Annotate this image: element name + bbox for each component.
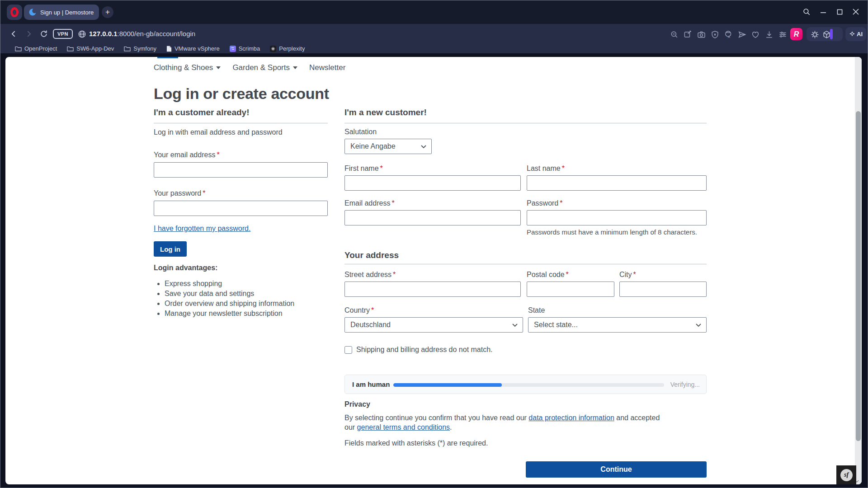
required-asterisk: * <box>217 151 219 159</box>
forgot-password-link[interactable]: I have forgotten my password. <box>154 225 250 232</box>
required-asterisk: * <box>392 199 394 207</box>
translate-icon[interactable]: A <box>723 29 734 40</box>
last-name-input[interactable] <box>527 175 707 191</box>
zoom-out-icon[interactable] <box>669 29 679 40</box>
divider <box>344 264 707 264</box>
city-input[interactable] <box>619 282 707 297</box>
tune-settings-icon[interactable] <box>777 29 788 40</box>
state-select[interactable]: Select state... <box>528 317 707 333</box>
terms-conditions-link[interactable]: general terms and conditions <box>357 423 450 431</box>
login-password-input[interactable] <box>154 201 328 216</box>
login-submit-button[interactable]: Log in <box>154 241 187 257</box>
opera-menu-button[interactable] <box>7 5 22 20</box>
symfony-profiler-button[interactable]: sf <box>836 465 856 484</box>
required-asterisk: * <box>562 164 565 172</box>
browser-tab[interactable]: Sign up | Demostore <box>24 5 99 20</box>
back-button[interactable] <box>8 28 20 40</box>
advantages-heading: Login advantages: <box>154 264 217 272</box>
extensions-group <box>807 27 843 41</box>
bookmark-openproject[interactable]: OpenProject <box>15 45 57 52</box>
address-toolbar: VPN 127.0.0.1:8000/en-gb/account/login A <box>0 24 868 44</box>
svg-text:A: A <box>727 35 730 39</box>
vpn-badge[interactable]: VPN <box>53 29 73 39</box>
bookmark-sw6-app-dev[interactable]: SW6-App-Dev <box>67 45 114 52</box>
url-bar[interactable]: 127.0.0.1:8000/en-gb/account/login <box>89 30 195 38</box>
window-frame <box>0 484 868 488</box>
continue-button[interactable]: Continue <box>526 461 707 478</box>
register-heading: I'm a new customer! <box>344 108 427 117</box>
aria-ai-button[interactable]: AI <box>845 27 866 41</box>
extension-gear-icon[interactable] <box>809 29 820 40</box>
captcha-progress-fill <box>393 383 502 387</box>
close-button[interactable] <box>849 5 863 19</box>
required-note: Fields marked with asterisks (*) are req… <box>344 439 488 447</box>
bookmark-vmware-vsphere[interactable]: VMware vSphere <box>166 45 220 52</box>
folder-icon <box>67 46 74 52</box>
minimize-button[interactable] <box>816 5 830 19</box>
country-select[interactable]: Deutschland <box>344 317 523 333</box>
r-extension-icon[interactable]: R <box>790 28 802 40</box>
chevron-down-icon <box>696 324 701 327</box>
billing-checkbox-row: Shipping and billing address do not matc… <box>344 346 493 354</box>
scrollbar-thumb[interactable] <box>856 111 861 441</box>
billing-checkbox[interactable] <box>344 346 352 354</box>
register-email-input[interactable] <box>344 210 521 225</box>
state-value: Select state... <box>534 321 578 329</box>
salutation-select[interactable]: Keine Angabe <box>344 139 432 154</box>
state-label: State <box>528 306 545 314</box>
data-protection-link[interactable]: data protection information <box>528 414 614 422</box>
shield-block-icon[interactable] <box>709 29 720 40</box>
bookmark-label: SW6-App-Dev <box>76 45 114 52</box>
bookmark-heart-icon[interactable] <box>750 29 761 40</box>
perplexity-logo-icon <box>270 46 276 52</box>
browser-window: Sign up | Demostore + VPN 127.0.0.1: <box>0 0 868 488</box>
bookmark-scrimba[interactable]: Scrimba <box>230 45 260 52</box>
required-asterisk: * <box>566 271 569 278</box>
postal-input[interactable] <box>527 282 614 297</box>
billing-checkbox-label: Shipping and billing address do not matc… <box>356 346 493 354</box>
password-label: Your password* <box>154 189 205 197</box>
bookmark-label: Scrimba <box>239 45 260 52</box>
page-content: Clothing & Shoes Garden & Sports Newslet… <box>5 57 862 484</box>
captcha-status: Verifying... <box>670 381 700 388</box>
privacy-paragraph: By selecting continue you confirm that y… <box>344 413 670 432</box>
new-tab-button[interactable]: + <box>102 6 113 18</box>
register-password-input[interactable] <box>527 210 707 225</box>
register-column: I'm a new customer! Salutation Keine Ang… <box>344 57 707 484</box>
street-input[interactable] <box>344 282 521 297</box>
captcha-label: I am human <box>352 380 390 388</box>
forward-button[interactable] <box>22 28 35 40</box>
advantages-list: Express shopping Save your data and sett… <box>165 280 294 320</box>
snapshot-icon[interactable] <box>682 29 693 40</box>
maximize-button[interactable] <box>833 5 846 19</box>
login-email-input[interactable] <box>154 162 328 178</box>
register-email-label: Email address* <box>344 199 395 207</box>
first-name-label: First name* <box>344 164 383 173</box>
first-name-input[interactable] <box>344 175 521 191</box>
folder-icon <box>124 46 131 52</box>
bookmarks-bar: OpenProject SW6-App-Dev Symfony VMware v… <box>0 44 868 53</box>
folder-icon <box>15 46 22 52</box>
required-asterisk: * <box>380 164 383 172</box>
salutation-label: Salutation <box>344 128 377 136</box>
privacy-heading: Privacy <box>344 400 370 408</box>
password-hint: Passwords must have a minimum length of … <box>527 228 697 236</box>
search-tabs-button[interactable] <box>800 5 813 19</box>
bookmark-perplexity[interactable]: Perplexity <box>270 45 305 52</box>
bookmark-label: Symfony <box>133 45 156 52</box>
download-icon[interactable] <box>764 29 774 40</box>
send-to-device-icon[interactable] <box>736 29 747 40</box>
opera-logo-icon <box>10 7 19 17</box>
bookmark-label: VMware vSphere <box>175 45 220 52</box>
camera-icon[interactable] <box>696 29 707 40</box>
divider <box>344 123 707 123</box>
required-asterisk: * <box>633 271 636 278</box>
profile-indicator[interactable] <box>830 29 833 39</box>
tab-favicon-icon <box>28 8 37 16</box>
required-asterisk: * <box>371 306 374 314</box>
site-globe-icon[interactable] <box>75 28 88 40</box>
reload-button[interactable] <box>38 28 50 40</box>
captcha-widget[interactable]: I am human Verifying... <box>344 375 707 394</box>
bookmark-symfony[interactable]: Symfony <box>124 45 156 52</box>
captcha-progress-track <box>393 383 664 387</box>
